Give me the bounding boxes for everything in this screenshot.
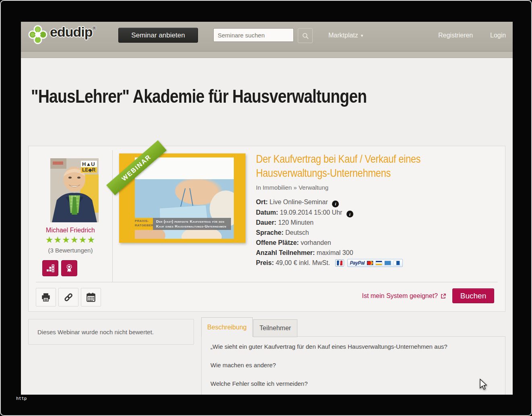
page: edudip ® Seminar anbieten Marktplatz ▾ R… — [21, 22, 513, 395]
mastercard-icon — [367, 261, 373, 265]
info-icon[interactable]: i — [346, 211, 353, 217]
marketplace-menu[interactable]: Marktplatz ▾ — [328, 32, 363, 39]
mouse-cursor — [479, 379, 487, 392]
description-panel: „Wie sieht ein guter Kaufvertrag für den… — [201, 336, 505, 395]
print-button[interactable] — [36, 288, 56, 306]
svg-text:LE◆R: LE◆R — [82, 167, 96, 173]
webinar-details: Der Kaufvertrag bei Kauf / Verkauf eines… — [256, 152, 503, 268]
bar-chart-icon — [45, 263, 55, 273]
link-icon — [63, 292, 74, 302]
description-paragraph: Welche Fehler sollte ich vermeiden? — [210, 380, 497, 387]
award-badge-button[interactable] — [61, 260, 77, 276]
visa-icon — [375, 261, 382, 265]
description-paragraph: Wie machen es andere? — [210, 362, 497, 368]
printer-icon — [41, 292, 51, 302]
browser-frame: http edudip ® Seminar an — [0, 0, 532, 416]
site-header: edudip ® Seminar anbieten Marktplatz ▾ R… — [21, 22, 513, 51]
payment-methods: PayPal — [335, 259, 403, 267]
info-icon[interactable]: i — [332, 201, 339, 207]
external-link-icon — [440, 293, 446, 299]
registered-mark: ® — [92, 25, 96, 31]
horizontal-divider — [36, 282, 498, 282]
edudip-flower-icon — [27, 24, 48, 45]
paypal-cards-icon: PayPal — [347, 259, 403, 267]
detail-row-dauer: Dauer: 120 Minuten — [256, 217, 503, 228]
cover-caption-row: PRAXIS- RATGEBER Der (fast) perfekte Kau… — [131, 218, 231, 230]
webinar-cover-image: PRAXIS- RATGEBER Der (fast) perfekte Kau… — [119, 153, 245, 243]
login-link[interactable]: Login — [490, 32, 506, 39]
detail-row-sprache: Sprache: Deutsch — [256, 228, 503, 238]
ec-card-icon — [335, 259, 344, 267]
header-subbar — [21, 51, 513, 58]
search-bar — [213, 28, 313, 43]
edudip-logo[interactable]: edudip ® — [27, 24, 96, 45]
tab-teilnehmer[interactable]: Teilnehmer — [253, 319, 297, 337]
cover-praxis-label: PRAXIS- RATGEBER — [131, 218, 153, 230]
vertical-divider — [112, 150, 113, 282]
detail-row-ort: Ort: Live Online-Seminar i — [256, 197, 503, 207]
search-input[interactable] — [213, 28, 294, 42]
star-rating: ★★★★★★ — [29, 235, 112, 245]
award-icon — [64, 263, 74, 273]
detail-row-teilnehmer: Anzahl Teilnehmer: maximal 300 — [256, 248, 503, 258]
book-button[interactable]: Buchen — [452, 288, 494, 303]
page-title: "HausLehrer" Akademie für Hausverwaltung… — [31, 85, 367, 107]
webinar-card: H▲U LE◆R Michael Friedrich ★★★★★★ (3 Bew… — [28, 146, 505, 312]
copy-link-button[interactable] — [58, 288, 78, 306]
presenter-badges — [42, 260, 77, 276]
card-icon — [393, 261, 400, 265]
cover-caption-text: Der (fast) perfekte Kaufvertrag für den … — [153, 218, 231, 230]
description-paragraph: „Wie sieht ein guter Kaufvertrag für den… — [210, 343, 497, 350]
detail-row-plaetze: Offene Plätze: vorhanden — [256, 238, 503, 248]
presenter-photo-image: H▲U LE◆R — [50, 158, 99, 222]
detail-rows: Ort: Live Online-Seminar i Datum: 19.09.… — [256, 197, 503, 268]
presenter-photo[interactable]: H▲U LE◆R — [50, 158, 99, 222]
calendar-icon — [86, 292, 96, 302]
register-link[interactable]: Registrieren — [438, 32, 473, 39]
detail-row-preis: Preis: 49,00 € inkl. MwSt. PayPal — [256, 258, 503, 268]
tab-beschreibung[interactable]: Beschreibung — [201, 317, 253, 337]
caret-down-icon: ▾ — [361, 33, 363, 38]
status-text: http — [16, 396, 27, 401]
svg-text:H▲U: H▲U — [82, 161, 95, 167]
system-check-link[interactable]: Ist mein System geeignet? — [362, 292, 446, 300]
amex-icon — [384, 261, 391, 265]
calendar-button[interactable] — [81, 288, 101, 306]
no-rating-notice: Dieses Webinar wurde noch nicht bewertet… — [28, 319, 194, 345]
search-icon — [301, 32, 309, 40]
presenter-name-link[interactable]: Michael Friedrich — [29, 227, 112, 234]
logo-wordmark: edudip — [50, 24, 92, 40]
review-count: (3 Bewertungen) — [29, 247, 112, 254]
action-icons — [36, 288, 101, 306]
detail-row-datum: Datum: 19.09.2014 15:00 Uhr i — [256, 207, 503, 218]
search-button[interactable] — [298, 28, 313, 43]
webinar-title: Der Kaufvertrag bei Kauf / Verkauf eines… — [256, 152, 454, 180]
webinar-category: In Immobilien » Verwaltung — [256, 184, 503, 191]
stats-badge-button[interactable] — [42, 260, 58, 276]
offer-seminar-button[interactable]: Seminar anbieten — [118, 28, 198, 43]
marketplace-label: Marktplatz — [328, 32, 358, 39]
